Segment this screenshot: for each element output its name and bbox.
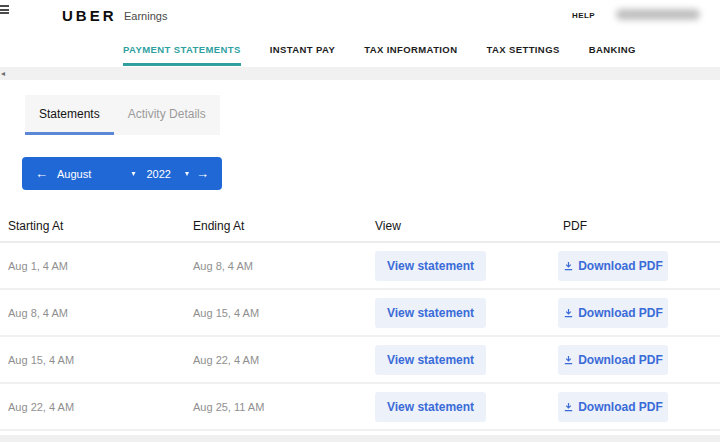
download-pdf-button[interactable]: Download PDF xyxy=(558,298,668,328)
month-select-value[interactable]: August xyxy=(57,168,91,180)
ending-at-cell: Aug 22, 4 AM xyxy=(193,354,375,366)
table-row: Aug 15, 4 AM Aug 22, 4 AM View statement… xyxy=(0,337,720,384)
table-header-row: Starting At Ending At View PDF xyxy=(0,210,720,243)
col-header-pdf: PDF xyxy=(558,219,720,233)
starting-at-cell: Aug 15, 4 AM xyxy=(8,354,193,366)
download-pdf-label: Download PDF xyxy=(578,306,663,320)
page-title: Earnings xyxy=(124,10,167,22)
uber-logo: UBER xyxy=(62,7,117,24)
main-nav: PAYMENT STATEMENTS INSTANT PAY TAX INFOR… xyxy=(0,32,720,66)
year-select-value[interactable]: 2022 xyxy=(147,168,171,180)
download-pdf-button[interactable]: Download PDF xyxy=(558,392,668,422)
col-header-ending-at: Ending At xyxy=(193,219,375,233)
table-row: Aug 1, 4 AM Aug 8, 4 AM View statement D… xyxy=(0,243,720,290)
statements-subtabs: Statements Activity Details xyxy=(25,95,220,135)
table-row: Aug 22, 4 AM Aug 25, 11 AM View statemen… xyxy=(0,384,720,431)
tab-tax-information[interactable]: TAX INFORMATION xyxy=(364,44,457,66)
view-statement-button[interactable]: View statement xyxy=(375,345,486,375)
hamburger-icon[interactable] xyxy=(0,5,9,14)
scroll-left-icon[interactable]: ◂ xyxy=(1,68,5,79)
view-statement-button[interactable]: View statement xyxy=(375,298,486,328)
ending-at-cell: Aug 25, 11 AM xyxy=(193,401,375,413)
tab-tax-settings[interactable]: TAX SETTINGS xyxy=(486,44,559,66)
download-icon xyxy=(563,307,574,319)
download-pdf-button[interactable]: Download PDF xyxy=(558,251,668,281)
download-pdf-button[interactable]: Download PDF xyxy=(558,345,668,375)
starting-at-cell: Aug 8, 4 AM xyxy=(8,307,193,319)
statements-table: Starting At Ending At View PDF Aug 1, 4 … xyxy=(0,210,720,431)
redacted-user-name[interactable] xyxy=(616,9,700,20)
next-month-icon[interactable]: → xyxy=(196,167,209,180)
download-icon xyxy=(563,260,574,272)
ending-at-cell: Aug 8, 4 AM xyxy=(193,260,375,272)
next-row-edge xyxy=(0,435,720,442)
col-header-starting-at: Starting At xyxy=(8,219,193,233)
previous-month-icon[interactable]: ← xyxy=(35,167,48,180)
subtab-activity-details[interactable]: Activity Details xyxy=(114,95,220,135)
download-pdf-label: Download PDF xyxy=(578,259,663,273)
subtab-statements[interactable]: Statements xyxy=(25,95,114,135)
horizontal-scrollbar[interactable]: ◂ xyxy=(0,67,720,80)
help-link[interactable]: HELP xyxy=(572,11,595,20)
earnings-page: UBER Earnings HELP PAYMENT STATEMENTS IN… xyxy=(0,0,720,442)
download-pdf-label: Download PDF xyxy=(578,353,663,367)
ending-at-cell: Aug 15, 4 AM xyxy=(193,307,375,319)
year-caret-down-icon[interactable]: ▾ xyxy=(185,169,189,178)
table-row: Aug 8, 4 AM Aug 15, 4 AM View statement … xyxy=(0,290,720,337)
starting-at-cell: Aug 1, 4 AM xyxy=(8,260,193,272)
month-year-picker: ← August ▾ 2022 ▾ → xyxy=(22,157,222,190)
top-header: UBER Earnings HELP xyxy=(0,0,720,32)
download-icon xyxy=(563,354,574,366)
tab-payment-statements[interactable]: PAYMENT STATEMENTS xyxy=(123,44,241,66)
starting-at-cell: Aug 22, 4 AM xyxy=(8,401,193,413)
download-pdf-label: Download PDF xyxy=(578,400,663,414)
tab-banking[interactable]: BANKING xyxy=(589,44,636,66)
view-statement-button[interactable]: View statement xyxy=(375,392,486,422)
view-statement-button[interactable]: View statement xyxy=(375,251,486,281)
month-caret-down-icon[interactable]: ▾ xyxy=(131,169,135,178)
download-icon xyxy=(563,401,574,413)
col-header-view: View xyxy=(375,219,558,233)
tab-instant-pay[interactable]: INSTANT PAY xyxy=(270,44,335,66)
